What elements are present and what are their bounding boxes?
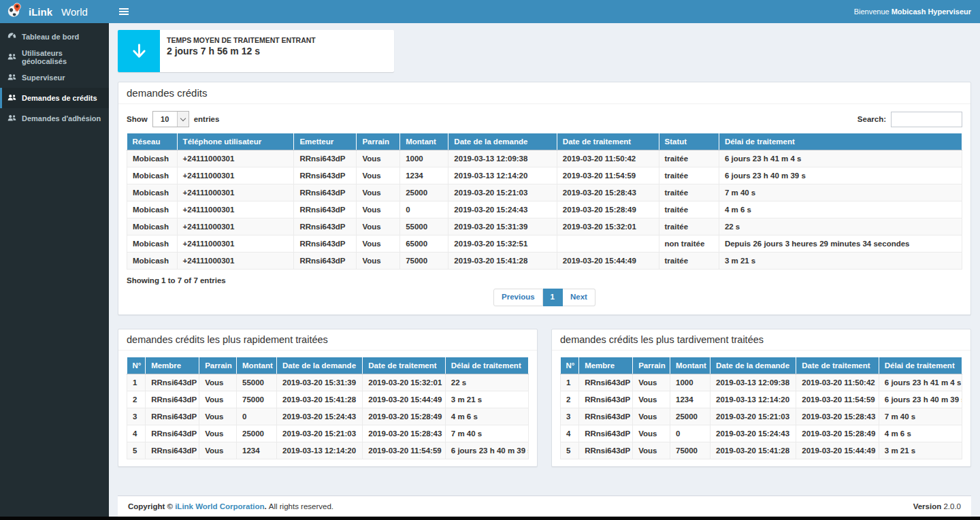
table-cell: +24111000301 xyxy=(177,150,294,167)
company-link[interactable]: iLink World Corporation xyxy=(175,502,264,510)
sidebar-item-utilisateurs-geolocalises[interactable]: Utilisateurs géolocalisés xyxy=(0,47,109,67)
table-cell: 2 xyxy=(561,391,579,408)
version-label: Version xyxy=(913,502,942,510)
welcome-prefix: Bienvenue xyxy=(854,7,889,16)
column-header[interactable]: N° xyxy=(561,357,579,374)
pagination-page-1-button[interactable]: 1 xyxy=(543,289,563,306)
column-header[interactable]: Montant xyxy=(400,133,448,150)
sidebar-item-demandes-de-credits[interactable]: Demandes de crédits xyxy=(0,88,109,108)
column-header[interactable]: Date de traitement xyxy=(796,357,879,374)
table-row: Mobicash+24111000301RRnsi643dPVous650002… xyxy=(127,235,962,253)
table-cell: 1000 xyxy=(670,374,710,391)
hamburger-menu-icon[interactable] xyxy=(118,5,130,18)
sidebar-item-superviseur[interactable]: Superviseur xyxy=(0,67,109,88)
column-header[interactable]: Date de la demande xyxy=(710,357,796,374)
column-header[interactable]: Délai de traitement xyxy=(719,133,962,150)
column-header[interactable]: Téléphone utilisateur xyxy=(177,133,294,150)
table-cell: 4 m 6 s xyxy=(879,425,962,442)
sidebar-item-label: Superviseur xyxy=(22,74,65,82)
sidebar-item-label: Demandes d'adhésion xyxy=(22,114,101,123)
column-header[interactable]: Date de traitement xyxy=(363,357,446,374)
column-header[interactable]: Date de la demande xyxy=(277,357,363,374)
panel-latest-processed: demandes crédits les plus tardivement tr… xyxy=(551,329,971,467)
pagination-next-button[interactable]: Next xyxy=(563,289,595,306)
brand-logo[interactable]: iLinkWorld xyxy=(0,0,109,23)
column-header[interactable]: Délai de traitement xyxy=(879,357,962,374)
search-input[interactable] xyxy=(891,112,962,127)
table-cell: 2019-03-20 15:24:43 xyxy=(277,408,363,425)
table-cell: 2019-03-20 15:28:49 xyxy=(363,408,446,425)
table-cell: 7 m 40 s xyxy=(445,425,528,442)
datatable-controls: Show 10 entries Search: xyxy=(127,111,962,127)
table-cell: 2019-03-20 15:41:28 xyxy=(277,391,363,408)
table-cell: 2019-03-20 15:24:43 xyxy=(448,201,557,218)
welcome-text: BienvenueMobicash Hyperviseur xyxy=(854,7,971,16)
sidebar-item-label: Demandes de crédits xyxy=(22,94,97,102)
table-cell: 2019-03-20 15:31:39 xyxy=(448,218,557,235)
table-cell: Vous xyxy=(357,167,400,184)
info-box-value: 2 jours 7 h 56 m 12 s xyxy=(167,46,316,56)
copyright-text: Copyright © iLink World Corporation.All … xyxy=(128,502,333,510)
column-header[interactable]: Emetteur xyxy=(294,133,357,150)
rights-text: All rights reserved. xyxy=(269,502,333,510)
top-navbar: BienvenueMobicash Hyperviseur xyxy=(109,0,980,23)
column-header[interactable]: Délai de traitement xyxy=(445,357,528,374)
column-header[interactable]: Montant xyxy=(237,357,277,374)
column-header[interactable]: Membre xyxy=(579,357,633,374)
copyright-prefix: Copyright © xyxy=(128,502,175,510)
table-cell: RRnsi643dP xyxy=(579,442,633,459)
table-cell: 6 jours 23 h 40 m 39 s xyxy=(445,442,528,459)
table-cell: non traitée xyxy=(659,235,719,253)
table-cell: 0 xyxy=(400,201,448,218)
column-header[interactable]: Date de traitement xyxy=(557,133,659,150)
table-cell: 25000 xyxy=(237,425,277,442)
table-cell: 2019-03-20 11:54:59 xyxy=(363,442,446,459)
sidebar-item-demandes-adhesion[interactable]: Demandes d'adhésion xyxy=(0,108,109,129)
footer: Copyright © iLink World Corporation.All … xyxy=(118,495,971,517)
table-cell: 25000 xyxy=(670,408,710,425)
sidebar-item-tableau-de-bord[interactable]: Tableau de bord xyxy=(0,27,109,47)
sidebar-item-label: Tableau de bord xyxy=(22,33,79,41)
column-header[interactable]: Parrain xyxy=(357,133,400,150)
table-cell: 2019-03-20 15:32:01 xyxy=(557,218,659,235)
table-cell: Mobicash xyxy=(127,218,178,235)
table-row: 1RRnsi643dPVous10002019-03-13 12:09:3820… xyxy=(561,374,962,391)
table-cell: RRnsi643dP xyxy=(579,391,633,408)
column-header[interactable]: N° xyxy=(127,357,146,374)
column-header[interactable]: Réseau xyxy=(127,133,178,150)
table-cell: RRnsi643dP xyxy=(146,408,199,425)
table-cell: 55000 xyxy=(237,374,277,391)
column-header[interactable]: Parrain xyxy=(199,357,237,374)
copyright-dot: . xyxy=(265,502,267,510)
show-label: Show xyxy=(127,115,148,123)
table-cell: 2019-03-20 15:41:28 xyxy=(710,442,796,459)
table-cell: 2019-03-13 12:14:20 xyxy=(448,167,557,184)
version-value: 2.0.0 xyxy=(943,502,961,510)
table-cell: 1000 xyxy=(400,150,448,167)
column-header[interactable]: Membre xyxy=(146,357,199,374)
table-row: 3RRnsi643dPVous02019-03-20 15:24:432019-… xyxy=(127,408,529,425)
table-cell: 75000 xyxy=(670,442,710,459)
table-cell: 2019-03-20 15:21:03 xyxy=(277,425,363,442)
page-content: TEMPS MOYEN DE TRAITEMENT ENTRANT 2 jour… xyxy=(109,23,980,517)
table-cell: 3 xyxy=(561,408,579,425)
table-cell: 2019-03-20 15:28:43 xyxy=(796,408,879,425)
column-header[interactable]: Montant xyxy=(670,357,710,374)
column-header[interactable]: Statut xyxy=(659,133,719,150)
table-cell: Vous xyxy=(199,425,237,442)
pagination-previous-button[interactable]: Previous xyxy=(493,289,543,306)
show-entries-select[interactable]: 10 xyxy=(152,111,189,127)
table-cell: 2019-03-20 15:32:51 xyxy=(448,235,557,253)
table-cell: 22 s xyxy=(719,218,962,235)
table-cell: 25000 xyxy=(400,184,448,201)
column-header[interactable]: Parrain xyxy=(633,357,670,374)
credits-requests-table: RéseauTéléphone utilisateurEmetteurParra… xyxy=(127,133,962,270)
table-cell: 65000 xyxy=(400,235,448,253)
table-cell: +24111000301 xyxy=(177,201,294,218)
column-header[interactable]: Date de la demande xyxy=(448,133,557,150)
show-entries-value: 10 xyxy=(153,112,177,127)
table-cell: RRnsi643dP xyxy=(579,425,633,442)
table-cell: 4 xyxy=(561,425,579,442)
table-cell: +24111000301 xyxy=(177,218,294,235)
search-control: Search: xyxy=(858,112,962,127)
